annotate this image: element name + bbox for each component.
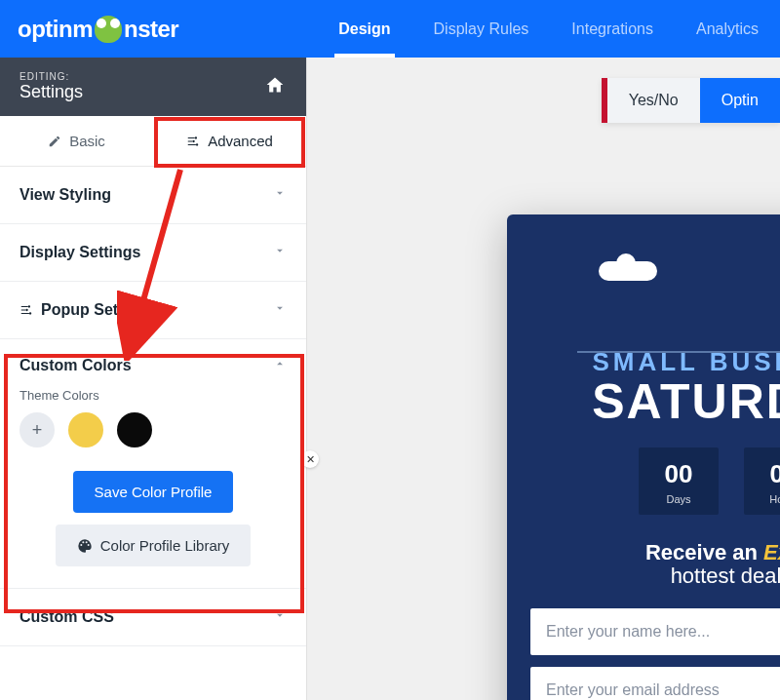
- section-view-styling[interactable]: View Styling: [0, 167, 306, 224]
- plus-icon: +: [32, 420, 43, 441]
- popup-preview[interactable]: SMALL BUSINESS SATURDAY 00 Days 00 Hours…: [507, 214, 780, 700]
- email-input[interactable]: [530, 667, 780, 700]
- popup-illustration: [530, 234, 780, 341]
- name-input[interactable]: [530, 608, 780, 655]
- section-display-settings[interactable]: Display Settings: [0, 224, 306, 282]
- tab-advanced-label: Advanced: [208, 133, 273, 149]
- tab-basic[interactable]: Basic: [0, 116, 153, 166]
- nav-analytics[interactable]: Analytics: [675, 0, 780, 58]
- color-swatch-yellow[interactable]: [68, 412, 103, 447]
- svg-point-2: [196, 143, 198, 145]
- custom-colors-header[interactable]: Custom Colors: [20, 357, 287, 374]
- editing-title: Settings: [20, 82, 83, 102]
- close-icon: ✕: [306, 453, 315, 466]
- countdown: 00 Days 00 Hours: [530, 447, 780, 515]
- counter-days-value: 00: [639, 459, 719, 489]
- preview-tabs: Yes/No Optin: [602, 78, 780, 123]
- popup-title-big: SATURDAY: [530, 373, 780, 430]
- tab-basic-label: Basic: [69, 133, 105, 149]
- section-view-styling-label: View Styling: [20, 186, 111, 204]
- counter-hours: 00 Hours: [744, 447, 780, 515]
- counter-hours-value: 00: [744, 459, 780, 489]
- save-color-profile-button[interactable]: Save Color Profile: [73, 471, 234, 513]
- sliders-icon: [20, 303, 33, 317]
- section-custom-colors: Custom Colors Theme Colors + Save Color …: [0, 339, 306, 589]
- section-display-settings-label: Display Settings: [20, 244, 140, 261]
- nav-integrations[interactable]: Integrations: [550, 0, 675, 58]
- pencil-icon: [48, 135, 61, 148]
- pitch-pre: Receive an: [645, 540, 763, 564]
- nav-design[interactable]: Design: [317, 0, 411, 58]
- logo-text-pre: optinm: [18, 16, 93, 43]
- section-popup-settings-label: Popup Settings: [41, 301, 155, 319]
- chevron-down-icon: [273, 186, 287, 204]
- color-profile-library-button[interactable]: Color Profile Library: [56, 525, 252, 566]
- counter-days-label: Days: [639, 493, 719, 505]
- svg-point-3: [28, 305, 30, 307]
- nav-display-rules[interactable]: Display Rules: [412, 0, 551, 58]
- counter-hours-label: Hours: [744, 493, 780, 505]
- custom-colors-label: Custom Colors: [20, 357, 132, 374]
- top-header: optinm nster Design Display Rules Integr…: [0, 0, 780, 58]
- svg-point-1: [193, 139, 195, 141]
- theme-colors-label: Theme Colors: [20, 388, 287, 403]
- section-popup-settings[interactable]: Popup Settings: [0, 282, 306, 339]
- add-color-button[interactable]: +: [20, 412, 55, 447]
- swatch-row: +: [20, 412, 287, 447]
- preview-tab-yesno[interactable]: Yes/No: [607, 78, 700, 123]
- section-custom-css-label: Custom CSS: [20, 608, 114, 626]
- popup-close-button[interactable]: ✕: [301, 450, 319, 468]
- chevron-up-icon: [273, 357, 287, 374]
- editing-bar: EDITING: Settings: [0, 58, 306, 116]
- palette-icon: [77, 538, 93, 554]
- color-profile-library-label: Color Profile Library: [100, 537, 230, 554]
- editing-label: EDITING:: [20, 71, 83, 82]
- sidebar-tabs: Basic Advanced: [0, 116, 306, 167]
- pitch-accent: Extra: [763, 540, 780, 564]
- logo-monster-icon: [95, 16, 122, 43]
- counter-days: 00 Days: [639, 447, 719, 515]
- logo-text-post: nster: [124, 16, 178, 43]
- home-icon[interactable]: [265, 75, 285, 98]
- chevron-down-icon: [273, 608, 287, 626]
- sliders-icon: [186, 135, 200, 148]
- main-nav: Design Display Rules Integrations Analyt…: [317, 0, 780, 58]
- popup-pitch-sub: hottest deals: [530, 564, 780, 589]
- section-custom-css[interactable]: Custom CSS: [0, 589, 306, 646]
- tab-advanced[interactable]: Advanced: [153, 116, 306, 166]
- color-swatch-black[interactable]: [117, 412, 152, 447]
- chevron-down-icon: [273, 301, 287, 319]
- svg-point-0: [195, 136, 197, 138]
- settings-sidebar: EDITING: Settings Basic Advanced View St…: [0, 58, 307, 700]
- chevron-down-icon: [273, 244, 287, 261]
- preview-tab-optin[interactable]: Optin: [700, 78, 780, 123]
- logo[interactable]: optinm nster: [0, 16, 178, 43]
- popup-pitch: Receive an Extra: [530, 540, 780, 565]
- svg-point-4: [25, 309, 27, 311]
- svg-point-5: [29, 312, 31, 314]
